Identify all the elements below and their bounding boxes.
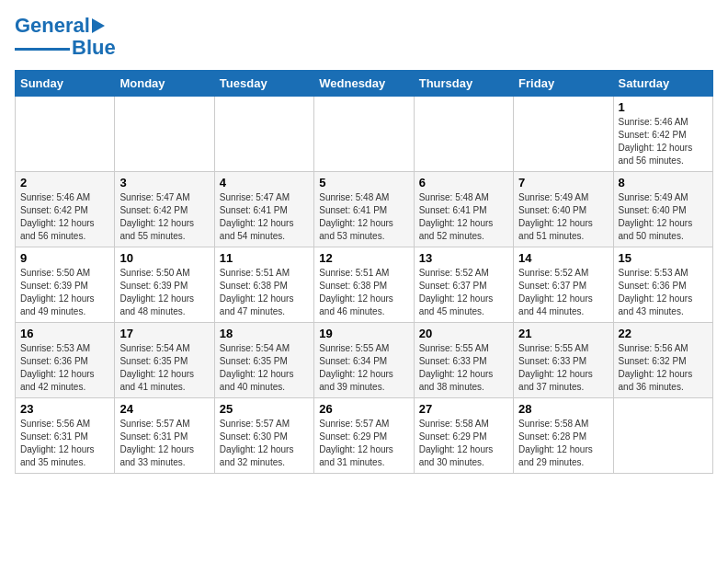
calendar-cell: 15Sunrise: 5:53 AM Sunset: 6:36 PM Dayli… <box>613 247 712 323</box>
day-number: 23 <box>20 402 109 416</box>
calendar-cell: 16Sunrise: 5:53 AM Sunset: 6:36 PM Dayli… <box>16 323 115 398</box>
calendar-cell: 25Sunrise: 5:57 AM Sunset: 6:30 PM Dayli… <box>214 398 313 474</box>
day-number: 14 <box>518 251 608 265</box>
day-info: Sunrise: 5:49 AM Sunset: 6:40 PM Dayligh… <box>619 191 708 243</box>
day-info: Sunrise: 5:55 AM Sunset: 6:34 PM Dayligh… <box>319 342 408 394</box>
day-info: Sunrise: 5:58 AM Sunset: 6:28 PM Dayligh… <box>518 418 608 469</box>
calendar-week-row: 16Sunrise: 5:53 AM Sunset: 6:36 PM Dayli… <box>16 323 713 398</box>
day-number: 20 <box>419 327 508 340</box>
day-number: 28 <box>518 402 608 416</box>
day-number: 8 <box>619 176 708 190</box>
calendar-cell: 23Sunrise: 5:56 AM Sunset: 6:31 PM Dayli… <box>16 398 115 474</box>
calendar-cell: 24Sunrise: 5:57 AM Sunset: 6:31 PM Dayli… <box>115 398 214 474</box>
day-info: Sunrise: 5:52 AM Sunset: 6:37 PM Dayligh… <box>419 267 508 318</box>
day-number: 5 <box>319 176 408 190</box>
day-info: Sunrise: 5:54 AM Sunset: 6:35 PM Dayligh… <box>220 342 309 394</box>
day-number: 11 <box>220 251 309 265</box>
calendar-cell: 22Sunrise: 5:56 AM Sunset: 6:32 PM Dayli… <box>613 323 712 398</box>
calendar-cell: 21Sunrise: 5:55 AM Sunset: 6:33 PM Dayli… <box>514 323 613 398</box>
calendar-cell: 26Sunrise: 5:57 AM Sunset: 6:29 PM Dayli… <box>314 398 414 474</box>
day-number: 15 <box>619 251 708 265</box>
day-info: Sunrise: 5:58 AM Sunset: 6:29 PM Dayligh… <box>419 418 508 469</box>
calendar-cell: 28Sunrise: 5:58 AM Sunset: 6:28 PM Dayli… <box>514 398 613 474</box>
weekday-header-row: SundayMondayTuesdayWednesdayThursdayFrid… <box>16 71 713 97</box>
weekday-header-thursday: Thursday <box>414 71 513 97</box>
calendar-cell: 12Sunrise: 5:51 AM Sunset: 6:38 PM Dayli… <box>314 247 414 323</box>
day-info: Sunrise: 5:53 AM Sunset: 6:36 PM Dayligh… <box>619 267 708 318</box>
day-number: 27 <box>419 402 508 416</box>
day-info: Sunrise: 5:55 AM Sunset: 6:33 PM Dayligh… <box>518 342 608 394</box>
day-info: Sunrise: 5:51 AM Sunset: 6:38 PM Dayligh… <box>220 267 309 318</box>
calendar-cell: 17Sunrise: 5:54 AM Sunset: 6:35 PM Dayli… <box>115 323 214 398</box>
calendar-cell: 2Sunrise: 5:46 AM Sunset: 6:42 PM Daylig… <box>16 172 115 247</box>
day-info: Sunrise: 5:54 AM Sunset: 6:35 PM Dayligh… <box>119 342 209 394</box>
day-info: Sunrise: 5:53 AM Sunset: 6:36 PM Dayligh… <box>20 342 109 394</box>
day-number: 24 <box>119 402 209 416</box>
page-header: General Blue <box>15 15 713 59</box>
calendar-cell: 8Sunrise: 5:49 AM Sunset: 6:40 PM Daylig… <box>613 172 712 247</box>
calendar-cell: 10Sunrise: 5:50 AM Sunset: 6:39 PM Dayli… <box>115 247 214 323</box>
day-number: 13 <box>419 251 508 265</box>
calendar-week-row: 2Sunrise: 5:46 AM Sunset: 6:42 PM Daylig… <box>16 172 713 247</box>
weekday-header-monday: Monday <box>115 71 214 97</box>
calendar-cell <box>214 97 313 172</box>
day-info: Sunrise: 5:46 AM Sunset: 6:42 PM Dayligh… <box>619 116 708 167</box>
calendar-table: SundayMondayTuesdayWednesdayThursdayFrid… <box>15 70 713 474</box>
calendar-cell <box>16 97 115 172</box>
day-info: Sunrise: 5:57 AM Sunset: 6:29 PM Dayligh… <box>319 418 408 469</box>
calendar-cell <box>314 97 414 172</box>
calendar-cell: 9Sunrise: 5:50 AM Sunset: 6:39 PM Daylig… <box>16 247 115 323</box>
day-number: 22 <box>619 327 708 340</box>
day-number: 7 <box>518 176 608 190</box>
day-info: Sunrise: 5:47 AM Sunset: 6:42 PM Dayligh… <box>119 191 209 243</box>
day-info: Sunrise: 5:49 AM Sunset: 6:40 PM Dayligh… <box>518 191 608 243</box>
day-number: 17 <box>119 327 209 340</box>
day-info: Sunrise: 5:47 AM Sunset: 6:41 PM Dayligh… <box>220 191 309 243</box>
day-number: 9 <box>20 251 109 265</box>
calendar-cell <box>514 97 613 172</box>
logo-text2: Blue <box>72 37 116 59</box>
calendar-cell <box>115 97 214 172</box>
day-number: 4 <box>220 176 309 190</box>
calendar-cell: 27Sunrise: 5:58 AM Sunset: 6:29 PM Dayli… <box>414 398 513 474</box>
day-number: 6 <box>419 176 508 190</box>
calendar-cell: 18Sunrise: 5:54 AM Sunset: 6:35 PM Dayli… <box>214 323 313 398</box>
day-number: 3 <box>119 176 209 190</box>
calendar-cell: 7Sunrise: 5:49 AM Sunset: 6:40 PM Daylig… <box>514 172 613 247</box>
weekday-header-wednesday: Wednesday <box>314 71 414 97</box>
day-number: 16 <box>20 327 109 340</box>
calendar-cell <box>414 97 513 172</box>
day-info: Sunrise: 5:48 AM Sunset: 6:41 PM Dayligh… <box>319 191 408 243</box>
day-info: Sunrise: 5:57 AM Sunset: 6:30 PM Dayligh… <box>220 418 309 469</box>
calendar-week-row: 1Sunrise: 5:46 AM Sunset: 6:42 PM Daylig… <box>16 97 713 172</box>
day-info: Sunrise: 5:48 AM Sunset: 6:41 PM Dayligh… <box>419 191 508 243</box>
calendar-cell: 20Sunrise: 5:55 AM Sunset: 6:33 PM Dayli… <box>414 323 513 398</box>
calendar-cell: 3Sunrise: 5:47 AM Sunset: 6:42 PM Daylig… <box>115 172 214 247</box>
logo-text: General <box>15 15 90 37</box>
calendar-cell: 4Sunrise: 5:47 AM Sunset: 6:41 PM Daylig… <box>214 172 313 247</box>
day-info: Sunrise: 5:50 AM Sunset: 6:39 PM Dayligh… <box>119 267 209 318</box>
calendar-week-row: 9Sunrise: 5:50 AM Sunset: 6:39 PM Daylig… <box>16 247 713 323</box>
calendar-week-row: 23Sunrise: 5:56 AM Sunset: 6:31 PM Dayli… <box>16 398 713 474</box>
logo-line <box>15 48 70 51</box>
day-number: 25 <box>220 402 309 416</box>
day-info: Sunrise: 5:57 AM Sunset: 6:31 PM Dayligh… <box>119 418 209 469</box>
calendar-cell: 14Sunrise: 5:52 AM Sunset: 6:37 PM Dayli… <box>514 247 613 323</box>
calendar-cell: 19Sunrise: 5:55 AM Sunset: 6:34 PM Dayli… <box>314 323 414 398</box>
day-number: 1 <box>619 100 708 114</box>
weekday-header-saturday: Saturday <box>613 71 712 97</box>
day-info: Sunrise: 5:52 AM Sunset: 6:37 PM Dayligh… <box>518 267 608 318</box>
day-number: 21 <box>518 327 608 340</box>
logo-arrow-icon <box>92 18 105 33</box>
weekday-header-sunday: Sunday <box>16 71 115 97</box>
weekday-header-friday: Friday <box>514 71 613 97</box>
day-number: 26 <box>319 402 408 416</box>
day-info: Sunrise: 5:55 AM Sunset: 6:33 PM Dayligh… <box>419 342 508 394</box>
calendar-cell: 6Sunrise: 5:48 AM Sunset: 6:41 PM Daylig… <box>414 172 513 247</box>
calendar-cell: 11Sunrise: 5:51 AM Sunset: 6:38 PM Dayli… <box>214 247 313 323</box>
day-info: Sunrise: 5:56 AM Sunset: 6:31 PM Dayligh… <box>20 418 109 469</box>
day-info: Sunrise: 5:56 AM Sunset: 6:32 PM Dayligh… <box>619 342 708 394</box>
day-info: Sunrise: 5:46 AM Sunset: 6:42 PM Dayligh… <box>20 191 109 243</box>
weekday-header-tuesday: Tuesday <box>214 71 313 97</box>
calendar-cell: 5Sunrise: 5:48 AM Sunset: 6:41 PM Daylig… <box>314 172 414 247</box>
